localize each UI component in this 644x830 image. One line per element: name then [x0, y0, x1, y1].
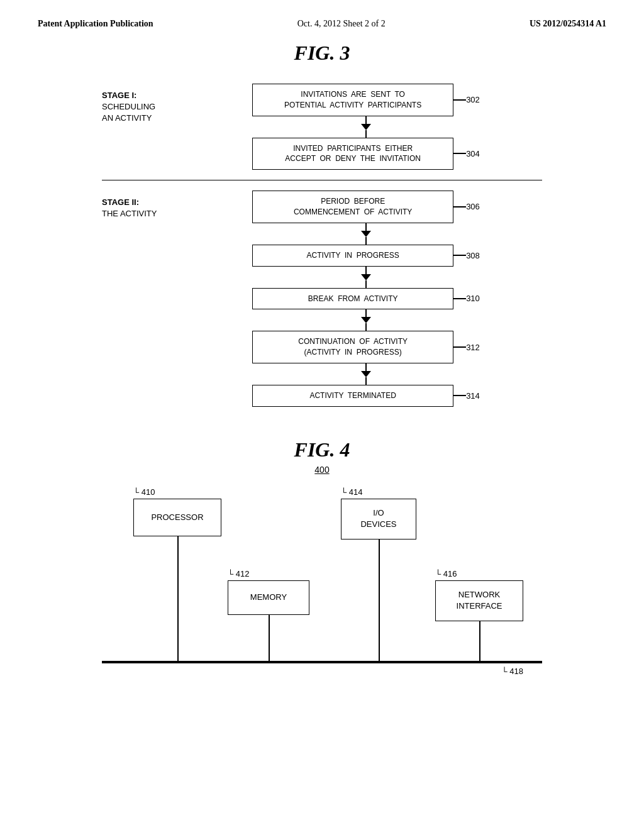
arrow-line-7 [365, 309, 367, 317]
stage1-title-line1: STAGE I: [102, 90, 190, 101]
ref-line-304 [453, 153, 466, 154]
box-314: ACTIVITY TERMINATED [252, 385, 453, 407]
stage2-section: STAGE II: THE ACTIVITY PERIOD BEFORECOMM… [102, 191, 542, 407]
header-right: US 2012/0254314 A1 [530, 19, 606, 29]
box-302-row: INVITATIONS ARE SENT TOPOTENTIAL ACTIVIT… [252, 84, 480, 116]
ref-416-label: └ 416 [435, 569, 457, 578]
ref-line-308 [453, 255, 466, 256]
stage1-title-line2: SCHEDULING [102, 101, 190, 113]
fig3-title: FIG. 3 [38, 42, 606, 65]
box-306-row: PERIOD BEFORECOMMENCEMENT OF ACTIVITY 30… [252, 191, 480, 223]
ref-line-310 [453, 298, 466, 299]
ref-414-label: └ 414 [341, 487, 363, 497]
stage1-boxes: INVITATIONS ARE SENT TOPOTENTIAL ACTIVIT… [190, 84, 542, 170]
line-io-bus [379, 540, 380, 661]
stage1-label: STAGE I: SCHEDULING AN ACTIVITY [102, 84, 190, 124]
box-memory: MEMORY [228, 580, 309, 615]
header-center: Oct. 4, 2012 Sheet 2 of 2 [297, 19, 386, 29]
box-312-row: CONTINUATION OF ACTIVITY(ACTIVITY IN PRO… [252, 331, 480, 363]
arrow-line-9 [365, 363, 367, 371]
ref-306: 306 [466, 202, 480, 211]
arrow-line-6 [365, 280, 367, 288]
header: Patent Application Publication Oct. 4, 2… [38, 19, 606, 29]
ref-312: 312 [466, 343, 480, 352]
header-left: Patent Application Publication [38, 19, 153, 29]
stage2-boxes: PERIOD BEFORECOMMENCEMENT OF ACTIVITY 30… [190, 191, 542, 407]
page: Patent Application Publication Oct. 4, 2… [0, 0, 644, 830]
arrow-down-4 [361, 317, 371, 323]
ref-line-314 [453, 395, 466, 396]
box-308-row: ACTIVITY IN PROGRESS 308 [252, 245, 480, 267]
arrow-line-2 [365, 130, 367, 138]
box-processor: PROCESSOR [133, 499, 221, 536]
arrow-line-8 [365, 323, 367, 331]
box-312: CONTINUATION OF ACTIVITY(ACTIVITY IN PRO… [252, 331, 453, 363]
ref-line-312 [453, 346, 466, 348]
fig4-num: 400 [38, 465, 606, 475]
arrow-down-5 [361, 371, 371, 377]
fig3-diagram: STAGE I: SCHEDULING AN ACTIVITY INVITATI… [102, 84, 542, 407]
fig4-diagram: └ 410 PROCESSOR └ 412 MEMORY └ 414 I/ODE… [102, 487, 542, 663]
ref-308: 308 [466, 251, 480, 260]
box-io: I/ODEVICES [341, 499, 416, 540]
arrow-down-2 [361, 231, 371, 237]
stage2-title-line1: STAGE II: [102, 197, 190, 208]
box-304-row: INVITED PARTICIPANTS EITHERACCEPT OR DEN… [252, 138, 480, 170]
box-308: ACTIVITY IN PROGRESS [252, 245, 453, 267]
ref-314: 314 [466, 391, 480, 401]
arrow-line-10 [365, 377, 367, 385]
ref-line-302 [453, 99, 466, 101]
box-314-row: ACTIVITY TERMINATED 314 [252, 385, 480, 407]
arrow-down-3 [361, 274, 371, 280]
box-network: NETWORKINTERFACE [435, 580, 523, 621]
ref-310: 310 [466, 294, 480, 303]
box-310: BREAK FROM ACTIVITY [252, 288, 453, 310]
fig4-bus-line [102, 661, 542, 663]
stage-divider [102, 180, 542, 180]
ref-418-label: └ 418 [501, 667, 523, 676]
ref-line-306 [453, 206, 466, 208]
ref-412-label: └ 412 [228, 569, 250, 578]
arrow-line-4 [365, 237, 367, 245]
line-processor-bus [177, 536, 179, 661]
line-network-bus [479, 621, 480, 661]
fig4-title: FIG. 4 [38, 438, 606, 462]
box-302: INVITATIONS ARE SENT TOPOTENTIAL ACTIVIT… [252, 84, 453, 116]
ref-302: 302 [466, 95, 480, 104]
stage2-title-line2: THE ACTIVITY [102, 208, 190, 219]
arrow-down-1 [361, 124, 371, 130]
arrow-line-5 [365, 267, 367, 274]
box-310-row: BREAK FROM ACTIVITY 310 [252, 288, 480, 310]
stage1-section: STAGE I: SCHEDULING AN ACTIVITY INVITATI… [102, 84, 542, 170]
stage1-title-line3: AN ACTIVITY [102, 113, 190, 124]
stage2-label: STAGE II: THE ACTIVITY [102, 191, 190, 219]
arrow-line-3 [365, 223, 367, 231]
box-304: INVITED PARTICIPANTS EITHERACCEPT OR DEN… [252, 138, 453, 170]
arrow-line-1 [365, 116, 367, 124]
line-memory-bus [269, 615, 270, 661]
ref-304: 304 [466, 149, 480, 158]
box-306: PERIOD BEFORECOMMENCEMENT OF ACTIVITY [252, 191, 453, 223]
ref-410-label: └ 410 [133, 487, 155, 497]
